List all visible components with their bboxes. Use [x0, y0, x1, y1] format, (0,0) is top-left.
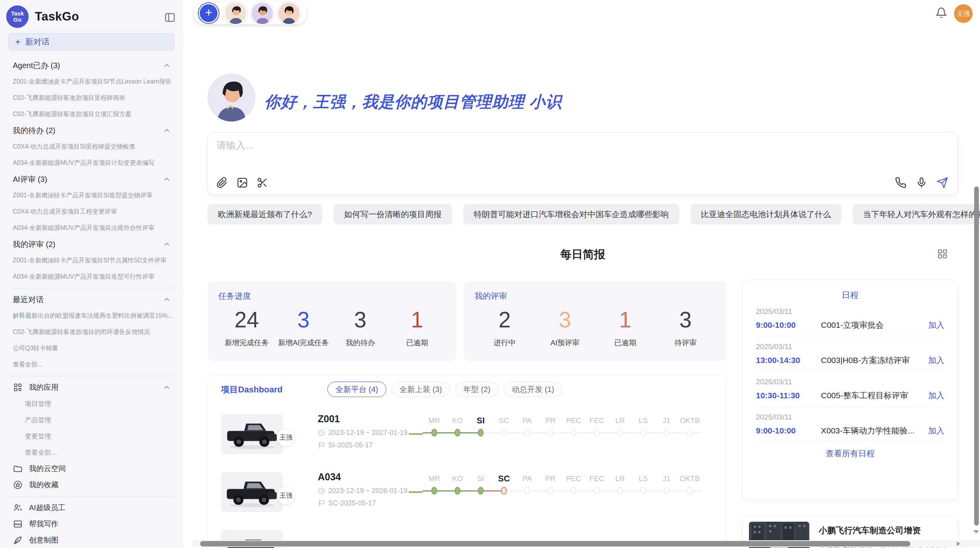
message-composer: [207, 132, 958, 195]
project-row[interactable]: 王强 A034 2023-12-19 ~ 2026-01-19 SC-2025-…: [208, 468, 726, 526]
scissors-icon[interactable]: [257, 177, 268, 188]
scroll-down-arrow-icon[interactable]: [973, 530, 979, 534]
suggestion-chip[interactable]: 特朗普可能对进口汽车增税会对中国车企造成哪些影响: [463, 204, 679, 224]
join-button[interactable]: 加入: [928, 425, 944, 436]
daily-brief-title: 每日简报: [207, 247, 958, 262]
new-chat-button[interactable]: + 新对话: [9, 33, 174, 50]
section-header-my-todo[interactable]: 我的待办 (2): [0, 122, 183, 139]
sidebar-item-help-me-write[interactable]: 帮我写作: [0, 516, 183, 532]
tab-year-model[interactable]: 年型 (2): [455, 382, 499, 397]
sidebar-item[interactable]: A034-全新新能源MUV产品开发项目造型可行性评审: [0, 269, 183, 285]
milestone-label: OKTB: [678, 415, 701, 426]
tab-new-platform[interactable]: 全新平台 (4): [327, 382, 386, 397]
user-avatar[interactable]: 王强: [954, 4, 973, 23]
apps-view-all[interactable]: 查看全部...: [0, 444, 183, 461]
suggestion-chip[interactable]: 当下年轻人对汽车外观有怎样的喜好趋势: [853, 204, 980, 224]
section-header-my-apps[interactable]: 我的应用: [0, 379, 183, 396]
chat-input[interactable]: [216, 139, 944, 168]
layout-grid-icon[interactable]: [937, 248, 948, 259]
recent-chat-item[interactable]: 公司Q3轻卡销量: [0, 340, 183, 356]
milestone-label: PA: [516, 473, 539, 485]
metric-in-progress: 2 进行中: [475, 305, 535, 348]
view-all-schedule-link[interactable]: 查看所有日程: [756, 448, 944, 459]
milestone-dot: [524, 487, 530, 495]
section-header-recent-chats[interactable]: 最近对话: [0, 291, 183, 308]
milestone-label: J1: [655, 415, 678, 426]
app-item-change-mgmt[interactable]: 变更管理: [0, 428, 183, 444]
recent-chat-item[interactable]: C02-飞腾新能源轻客改款项目的闭环通告反馈情况: [0, 324, 183, 340]
tab-powertrain[interactable]: 动总开发 (1): [504, 382, 562, 397]
horizontal-scrollbar-thumb[interactable]: [200, 541, 910, 546]
milestone-track: MRKOSISCPAPRPECFECLRLSJ1OKTB: [409, 473, 701, 500]
chevron-up-icon: [163, 295, 171, 304]
schedule-event-title: X003-车辆动力学性能验...: [821, 425, 928, 436]
sidebar-item[interactable]: A034-全新新能源MUV产品开发项目法规符合性评审: [0, 220, 183, 236]
sidebar: Task Go TaskGo + 新对话 Agent已办 (3) Z001-全新…: [0, 0, 183, 548]
phone-icon[interactable]: [895, 177, 906, 188]
image-icon[interactable]: [236, 177, 248, 188]
suggestion-chip[interactable]: 如何写一份清晰的项目周报: [334, 204, 452, 224]
my-review-card: 我的评审 2 进行中 3 AI预评审 1 已逾期 3 待评审: [464, 281, 726, 361]
join-button[interactable]: 加入: [928, 320, 944, 331]
sidebar-item-favorites[interactable]: 我的收藏: [0, 477, 183, 493]
milestone-pec: PEC: [562, 415, 585, 442]
sidebar-item-cloud-space[interactable]: 我的云空间: [0, 461, 183, 477]
star-circle-icon: [13, 480, 23, 490]
horizontal-scrollbar[interactable]: [192, 540, 980, 547]
agent-avatar[interactable]: [250, 2, 274, 25]
microphone-icon[interactable]: [916, 177, 927, 188]
project-row[interactable]: 王强 Z001 2023-12-19 ~ 2027-01-19 SI-2025-…: [208, 409, 726, 468]
recent-view-all[interactable]: 查看全部...: [0, 356, 183, 373]
section-header-my-review[interactable]: 我的评审 (2): [0, 236, 183, 252]
join-button[interactable]: 加入: [928, 355, 944, 366]
milestone-si: SI: [469, 473, 492, 500]
suggestion-chips: 欧洲新规最近颁布了什么? 如何写一份清晰的项目周报 特朗普可能对进口汽车增税会对…: [207, 204, 958, 224]
milestone-dot: [432, 429, 437, 437]
send-icon[interactable]: [937, 177, 948, 188]
metric-pending-review: 3 待评审: [655, 305, 716, 348]
milestone-lr: LR: [608, 415, 632, 442]
paperclip-icon[interactable]: [216, 177, 228, 188]
chevron-up-icon: [163, 240, 171, 248]
app-item-project-mgmt[interactable]: 项目管理: [0, 396, 183, 412]
recent-chat-item[interactable]: 解释最新出台的欧盟报废车法规再生塑料比例被调至15%...: [0, 308, 183, 324]
milestone-pr: PR: [539, 473, 562, 500]
add-agent-button[interactable]: +: [200, 4, 218, 22]
milestone-pec: PEC: [562, 473, 585, 500]
section-header-ai-review[interactable]: AI评审 (3): [0, 171, 183, 187]
sidebar-item[interactable]: Z001-全新燃油轻卡产品开发项目SI造型提交物评审: [0, 187, 183, 204]
milestone-dot: [617, 487, 623, 495]
sidebar-item-ai-super-staff[interactable]: AI超级员工: [0, 500, 183, 516]
section-header-agent-done[interactable]: Agent已办 (3): [0, 57, 183, 74]
app-root: Task Go TaskGo + 新对话 Agent已办 (3) Z001-全新…: [0, 0, 980, 548]
sidebar-item-creative-drawing[interactable]: 创意制图: [0, 532, 183, 548]
agent-avatar[interactable]: [224, 2, 247, 25]
milestone-label: KO: [446, 473, 469, 485]
notification-bell-icon[interactable]: [935, 7, 947, 19]
sidebar-item[interactable]: Z001-全新燃油皮卡产品开发项目SI节点Lesson Learn报告: [0, 74, 183, 90]
sidebar-item[interactable]: C0X4-动力总成开发项目工程变更评审: [0, 204, 183, 220]
sidebar-collapse-icon[interactable]: [164, 12, 176, 22]
join-button[interactable]: 加入: [928, 390, 944, 401]
milestone-lead-line: [409, 473, 423, 500]
tab-new-body[interactable]: 全新上装 (3): [391, 382, 450, 397]
sidebar-item[interactable]: C02-飞腾新能源轻客改款项目立项汇报方案: [0, 106, 183, 122]
milestone-dot: [594, 487, 600, 495]
sidebar-item[interactable]: Z001-全新燃油轻卡产品开发项目SI节点属性5D文件评审: [0, 252, 183, 269]
suggestion-chip[interactable]: 欧洲新规最近颁布了什么?: [207, 204, 322, 224]
milestone-ko: KO: [446, 473, 469, 500]
sidebar-item[interactable]: A034-全新新能源MUV产品开发项目计划变更表编写: [0, 155, 183, 171]
agent-avatar[interactable]: [277, 2, 301, 25]
scroll-right-arrow-icon[interactable]: [957, 541, 960, 546]
schedule-item: 2025/03/11 9:00-10:00 X003-车辆动力学性能验... 加…: [756, 407, 944, 442]
app-item-product-mgmt[interactable]: 产品管理: [0, 412, 183, 428]
milestone-label: SC: [492, 415, 516, 426]
vertical-scrollbar-thumb[interactable]: [974, 187, 979, 526]
sidebar-item[interactable]: C0X4-动力总成开发项目SI里程碑提交物检查: [0, 139, 183, 155]
milestone-dot: [664, 487, 670, 495]
suggestion-chip[interactable]: 比亚迪全固态电池计划具体说了什么: [690, 204, 841, 224]
metric-new-done: 24 新增完成任务: [218, 305, 275, 348]
logo-text-top: Task: [11, 10, 24, 17]
sidebar-item[interactable]: C02-飞腾新能源轻客改款项目里程碑画布: [0, 90, 183, 106]
metric-new-ai-done: 3 新增AI完成任务: [275, 305, 332, 348]
